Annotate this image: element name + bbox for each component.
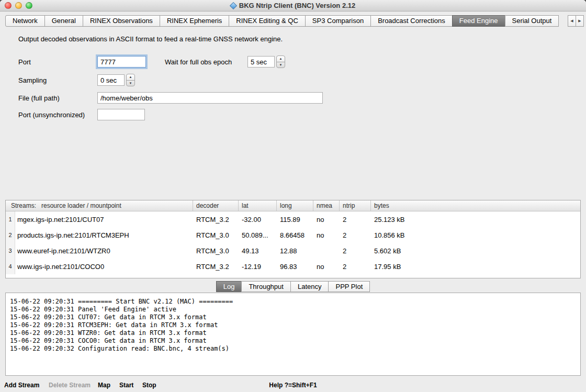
- header-ntrip: ntrip: [340, 200, 371, 211]
- log-line: 15-06-22 09:20:31 ========= Start BNC v2…: [10, 298, 576, 306]
- panel-description: Output decoded observations in ASCII for…: [18, 35, 283, 43]
- sampling-stepper: ▲ ▼: [126, 74, 135, 86]
- cell-long: 12.88: [277, 247, 313, 255]
- cell-bytes: 10.856 kB: [371, 231, 580, 239]
- stepper-up-icon[interactable]: ▲: [127, 74, 134, 81]
- cell-bytes: 5.602 kB: [371, 247, 580, 255]
- cell-long: 115.89: [277, 216, 313, 223]
- left-triangle-icon: ◀: [570, 19, 573, 23]
- wait-epoch-stepper: ▲ ▼: [276, 55, 285, 68]
- cell-decoder: RTCM_3.0: [193, 247, 239, 255]
- log-line: 15-06-22 09:20:31 CUT07: Get data in RTC…: [10, 313, 576, 321]
- sampling-input[interactable]: [97, 74, 125, 86]
- app-window: BKG Ntrip Client (BNC) Version 2.12 Netw…: [0, 0, 586, 392]
- header-lat: lat: [239, 200, 277, 211]
- log-line: 15-06-22 09:20:31 WTZR0: Get data in RTC…: [10, 329, 576, 337]
- cell-lat: -12.19: [239, 263, 277, 271]
- cell-decoder: RTCM_3.2: [193, 216, 239, 223]
- cell-lat: 50.089...: [239, 231, 277, 239]
- tab-serial-output[interactable]: Serial Output: [505, 15, 559, 27]
- tab-ppp-plot[interactable]: PPP Plot: [328, 281, 370, 292]
- tab-scroll-arrows: ◀ ▶: [568, 15, 584, 27]
- log-line: 15-06-22 09:20:32 Configuration read: BN…: [10, 345, 576, 353]
- cell-ntrip: 2: [340, 231, 371, 239]
- wait-epoch-label: Wait for full obs epoch: [165, 58, 232, 66]
- window-title: BKG Ntrip Client (BNC) Version 2.12: [0, 0, 586, 12]
- cell-ntrip: 2: [340, 247, 371, 255]
- cell-decoder: RTCM_3.0: [193, 231, 239, 239]
- tab-scroll-left-button[interactable]: ◀: [568, 15, 576, 27]
- streams-table-header: Streams: resource loader / mountpoint de…: [6, 200, 580, 211]
- row-number: 4: [6, 259, 15, 274]
- cell-long: 96.83: [277, 263, 313, 271]
- cell-nmea: no: [313, 263, 340, 271]
- stepper-down-icon[interactable]: ▼: [277, 62, 285, 68]
- sampling-label: Sampling: [18, 76, 47, 84]
- stepper-up-icon[interactable]: ▲: [277, 56, 285, 62]
- row-number: 1: [6, 211, 15, 227]
- port-label: Port: [18, 58, 31, 66]
- cell-long: 8.66458: [277, 231, 313, 239]
- header-bytes: bytes: [371, 200, 580, 211]
- tab-general[interactable]: General: [44, 15, 83, 27]
- help-hint: Help ?=Shift+F1: [0, 380, 586, 390]
- cell-lat: 49.13: [239, 247, 277, 255]
- cell-mountpoint: www.igs-ip.net:2101/COCO0: [15, 263, 193, 271]
- wait-epoch-input[interactable]: [247, 56, 275, 68]
- row-number: 2: [6, 227, 15, 243]
- header-long: long: [277, 200, 313, 211]
- cell-decoder: RTCM_3.2: [193, 263, 239, 271]
- log-line: 15-06-22 09:20:31 RTCM3EPH: Get data in …: [10, 321, 576, 329]
- stream-row[interactable]: 3 www.euref-ip.net:2101/WTZR0 RTCM_3.0 4…: [6, 243, 580, 259]
- row-number: 3: [6, 243, 15, 259]
- header-mountpoint: Streams: resource loader / mountpoint: [6, 200, 193, 211]
- stream-row[interactable]: 4 www.igs-ip.net:2101/COCO0 RTCM_3.2 -12…: [6, 259, 580, 274]
- cell-bytes: 25.123 kB: [371, 216, 580, 223]
- port-unsync-input[interactable]: [97, 109, 145, 120]
- port-input[interactable]: [97, 56, 146, 68]
- cell-mountpoint: products.igs-ip.net:2101/RTCM3EPH: [15, 231, 193, 239]
- cell-ntrip: 2: [340, 216, 371, 223]
- cell-mountpoint: www.euref-ip.net:2101/WTZR0: [15, 247, 193, 255]
- log-line: 15-06-22 09:20:31 COCO0: Get data in RTC…: [10, 337, 576, 345]
- stepper-down-icon[interactable]: ▼: [127, 81, 134, 86]
- tab-rinex-ephemeris[interactable]: RINEX Ephemeris: [160, 15, 229, 27]
- header-decoder: decoder: [193, 200, 239, 211]
- status-bar: Add Stream Delete Stream Map Start Stop …: [0, 378, 586, 392]
- file-path-label: File (full path): [18, 94, 60, 102]
- cell-nmea: no: [313, 231, 340, 239]
- cell-bytes: 17.95 kB: [371, 263, 580, 271]
- title-bar: BKG Ntrip Client (BNC) Version 2.12: [0, 0, 586, 12]
- tab-rinex-editing-qc[interactable]: RINEX Editing & QC: [229, 15, 306, 27]
- log-line: 15-06-22 09:20:31 Panel 'Feed Engine' ac…: [10, 306, 576, 313]
- stream-row[interactable]: 1 mgex.igs-ip.net:2101/CUT07 RTCM_3.2 -3…: [6, 211, 580, 227]
- header-nmea: nmea: [313, 200, 340, 211]
- port-unsync-label: Port (unsynchronized): [18, 111, 85, 119]
- log-panel: 15-06-22 09:20:31 ========= Start BNC v2…: [5, 293, 581, 376]
- tab-latency[interactable]: Latency: [290, 281, 329, 292]
- tab-broadcast-corrections[interactable]: Broadcast Corrections: [370, 15, 453, 27]
- tab-throughput[interactable]: Throughput: [241, 281, 291, 292]
- tab-bar: Network General RINEX Observations RINEX…: [5, 15, 584, 27]
- app-icon: [230, 2, 237, 9]
- cell-lat: -32.00: [239, 216, 277, 223]
- streams-table: Streams: resource loader / mountpoint de…: [5, 200, 581, 278]
- tab-rinex-observations[interactable]: RINEX Observations: [83, 15, 160, 27]
- tab-scroll-right-button[interactable]: ▶: [576, 15, 584, 27]
- tab-network[interactable]: Network: [5, 15, 45, 27]
- window-title-text: BKG Ntrip Client (BNC) Version 2.12: [239, 2, 355, 9]
- file-path-input[interactable]: [97, 92, 323, 104]
- bottom-tab-bar: Log Throughput Latency PPP Plot: [0, 281, 586, 292]
- tab-sp3-comparison[interactable]: SP3 Comparison: [305, 15, 371, 27]
- stream-row[interactable]: 2 products.igs-ip.net:2101/RTCM3EPH RTCM…: [6, 227, 580, 243]
- cell-mountpoint: mgex.igs-ip.net:2101/CUT07: [15, 216, 193, 223]
- cell-ntrip: 2: [340, 263, 371, 271]
- right-triangle-icon: ▶: [578, 19, 581, 23]
- tab-log[interactable]: Log: [216, 281, 242, 292]
- cell-nmea: no: [313, 216, 340, 223]
- tab-feed-engine[interactable]: Feed Engine: [452, 15, 505, 27]
